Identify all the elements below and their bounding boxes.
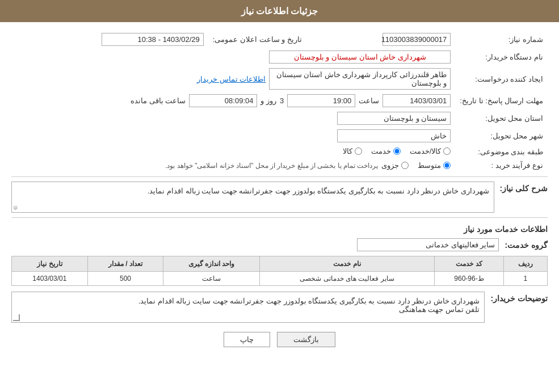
process-label: نوع فرآیند خرید : [455,159,548,172]
resize-icon: ⟱ [13,205,18,211]
category-khedmat-option[interactable]: خدمت [371,147,401,155]
services-table: ردیف کد خدمت نام خدمت واحد اندازه گیری ت… [11,256,548,286]
deadline-remaining-label: ساعت باقی مانده [131,96,186,105]
table-cell-date: 1403/03/01 [12,272,88,286]
need-number-value: 1103003839000017 [383,33,451,46]
deadline-label: مهلت ارسال پاسخ: تا تاریخ: [455,92,548,109]
deadline-days-value: 3 [280,96,284,105]
page-title: جزئیات اطلاعات نیاز [241,6,318,16]
category-radio-group: کالا/خدمت خدمت کالا [343,147,451,155]
row-category: طبقه بندی موضوعی: کالا/خدمت خدمت [11,145,548,159]
province-label: استان محل تحویل: [455,109,548,127]
deadline-row: 1403/03/01 ساعت 19:00 3 روز و 08:09:04 س… [16,94,451,107]
group-row: گروه خدمت: سایر فعالیتهای خدماتی [11,238,548,251]
contact-link[interactable]: اطلاعات تماس خریدار [197,75,266,83]
page-header: جزئیات اطلاعات نیاز [0,0,559,22]
col-header-quantity: تعداد / مقدار [87,256,163,272]
print-button[interactable]: چاپ [224,332,270,347]
category-label: طبقه بندی موضوعی: [455,145,548,159]
need-description-box: شهرداری خاش درنظر دارد نسبت به بکارگیری … [11,182,494,213]
category-khedmat-radio[interactable] [393,147,401,155]
services-table-header-row: ردیف کد خدمت نام خدمت واحد اندازه گیری ت… [12,256,548,272]
group-label: گروه خدمت: [505,241,548,250]
buyer-name-value: شهرداری خاش استان سیستان و بلوچستان [269,50,451,64]
resize-handle[interactable] [13,314,20,321]
deadline-time-label: ساعت [359,96,379,105]
col-header-date: تاریخ نیاز [12,256,88,272]
table-cell-code: ط-96-960 [435,272,503,286]
process-mottavasset-option[interactable]: متوسط [418,161,451,170]
process-jozvi-option[interactable]: جزوی [381,161,409,170]
table-cell-row: 1 [503,272,548,286]
deadline-day-label: روز و [260,96,276,105]
category-kala-khedmat-label: کالا/خدمت [410,147,442,155]
page-wrapper: جزئیات اطلاعات نیاز شماره نیاز: 11030038… [0,0,559,392]
services-table-head: ردیف کد خدمت نام خدمت واحد اندازه گیری ت… [12,256,548,272]
buyer-description-row: توضیحات خریدار: شهرداری خاش درنظر دارد ن… [11,292,548,323]
buttons-row: بازگشت چاپ [11,332,548,347]
row-buyer-name: نام دستگاه خریدار: شهرداری خاش استان سیس… [11,48,548,66]
row-creator: ایجاد کننده درخواست: طاهر قلندرزائی کارپ… [11,66,548,92]
buyer-description-label: توضیحات خریدار: [490,292,548,303]
creator-row: طاهر قلندرزائی کارپرداز شهرداری خاش استا… [16,68,451,90]
category-kala-label: کالا [343,147,352,155]
category-khedmat-label: خدمت [371,147,391,155]
city-label: شهر محل تحویل: [455,127,548,145]
process-mottavasset-label: متوسط [418,161,441,170]
need-number-label: شماره نیاز: [455,31,548,48]
col-header-name: نام خدمت [259,256,435,272]
group-value: سایر فعالیتهای خدماتی [357,238,499,251]
need-description-text: شهرداری خاش درنظر دارد نسبت به بکارگیری … [148,187,489,195]
divider-1 [11,176,548,177]
process-jozvi-label: جزوی [381,161,399,170]
col-header-code: کد خدمت [435,256,503,272]
category-kala-khedmat-option[interactable]: کالا/خدمت [410,147,451,155]
services-table-body: 1ط-96-960سایر فعالیت های خدماتی شخصیساعت… [12,272,548,286]
deadline-date: 1403/03/01 [383,94,451,107]
info-table: شماره نیاز: 1103003839000017 تاریخ و ساع… [11,31,548,172]
divider-2 [11,217,548,218]
row-city: شهر محل تحویل: خاش [11,127,548,145]
buyer-description-text: شهرداری خاش درنظر دارد نسبت به بکارگیری … [138,297,480,314]
creator-label: ایجاد کننده درخواست: [455,66,548,92]
services-title: اطلاعات خدمات مورد نیاز [11,225,548,234]
need-description-label: شرح کلی نیاز: [500,182,548,193]
process-desc: پرداخت تمام یا بخشی از مبلغ خریدار از مح… [165,162,378,170]
city-value: خاش [337,129,451,142]
col-header-unit: واحد اندازه گیری [163,256,259,272]
process-radio-group: متوسط جزوی [381,161,451,170]
services-section: اطلاعات خدمات مورد نیاز گروه خدمت: سایر … [11,225,548,286]
category-kala-khedmat-radio[interactable] [443,147,451,155]
need-description-wrapper: شرح کلی نیاز: شهرداری خاش درنظر دارد نسب… [11,182,548,213]
process-mottavasset-radio[interactable] [443,162,451,169]
deadline-time: 19:00 [287,94,355,107]
announce-date-value: 1403/02/29 - 10:38 [102,33,204,46]
row-process: نوع فرآیند خرید : متوسط جزوی [11,159,548,172]
buyer-name-label: نام دستگاه خریدار: [455,48,548,66]
announce-date-label: تاریخ و ساعت اعلان عمومی: [208,31,319,48]
row-deadline: مهلت ارسال پاسخ: تا تاریخ: 1403/03/01 سا… [11,92,548,109]
back-button[interactable]: بازگشت [277,332,335,347]
process-jozvi-radio[interactable] [401,162,409,169]
buyer-description-content: شهرداری خاش درنظر دارد نسبت به بکارگیری … [11,292,485,323]
creator-value: طاهر قلندرزائی کارپرداز شهرداری خاش استا… [269,68,451,90]
table-cell-unit: ساعت [163,272,259,286]
row-need-number: شماره نیاز: 1103003839000017 تاریخ و ساع… [11,31,548,48]
province-value: سیستان و بلوچستان [337,112,451,125]
deadline-remaining: 08:09:04 [189,94,257,107]
category-kala-option[interactable]: کالا [343,147,362,155]
row-province: استان محل تحویل: سیستان و بلوچستان [11,109,548,127]
category-kala-radio[interactable] [355,147,362,155]
col-header-row: ردیف [503,256,548,272]
table-row: 1ط-96-960سایر فعالیت های خدماتی شخصیساعت… [12,272,548,286]
content-area: شماره نیاز: 1103003839000017 تاریخ و ساع… [0,22,559,365]
table-cell-name: سایر فعالیت های خدماتی شخصی [259,272,435,286]
table-cell-quantity: 500 [87,272,163,286]
process-row: متوسط جزوی پرداخت تمام یا بخشی از مبلغ خ… [16,161,451,170]
